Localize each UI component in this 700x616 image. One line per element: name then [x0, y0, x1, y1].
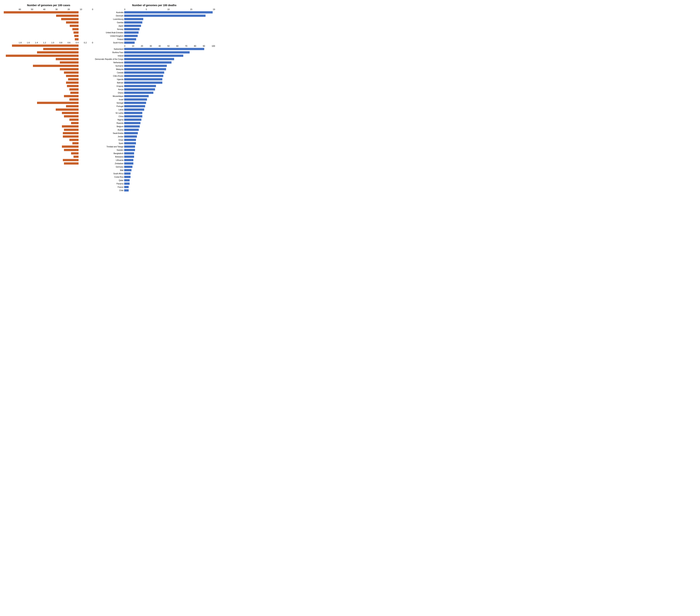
- left-s2-bar-row: [4, 131, 93, 135]
- left-s1-bar-row: [4, 24, 93, 27]
- right-s2-label: Qatar: [93, 179, 123, 181]
- left-s2-bar-row: [4, 145, 93, 148]
- right-s2-bar-row: China: [93, 115, 215, 118]
- right-s2-label: Spain: [93, 142, 123, 144]
- right-s1-bar-row: Luxembourg: [93, 17, 215, 21]
- right-s2-label: Botswana: [93, 156, 123, 158]
- right-s2-bar-row: Uruguay: [93, 85, 215, 88]
- left-s1-bar-row: [4, 31, 93, 34]
- right-s2-label: Sweden: [93, 149, 123, 151]
- right-s2-bar-row: Latvia: [93, 108, 215, 111]
- right-s2-label: Bahrain: [93, 82, 123, 84]
- left-s2-bar-row: [4, 78, 93, 81]
- left-s1-bar-row: [4, 17, 93, 21]
- right-s2-bar-row: Portugal: [93, 105, 215, 108]
- right-s2-bar-row: Uganda: [93, 78, 215, 81]
- right-s2-label: Kenya: [93, 88, 123, 90]
- right-s2-label: Ghana: [93, 92, 123, 94]
- right-s2-bar-row: Switzerland: [93, 48, 215, 50]
- right-s2-label: Uganda: [93, 78, 123, 80]
- right-s2-bar-row: Qatar: [93, 179, 215, 182]
- right-s2-label: Nigeria: [93, 119, 123, 121]
- charts-container: Number of genomes per 100 cases 60 50 40…: [4, 4, 215, 192]
- left-s2-bar-row: [4, 81, 93, 84]
- right-s2-label: Latvia: [93, 109, 123, 111]
- left-s2-bar-row: [4, 149, 93, 151]
- right-s1-bar-row: Gambia: [93, 21, 215, 24]
- left-s1-bar-row: [4, 21, 93, 24]
- left-s2-bar-row: [4, 58, 93, 61]
- left-s2-bar-row: [4, 98, 93, 101]
- right-s1-bar-row: Finland: [93, 38, 215, 41]
- right-s2-label: Canada: [93, 72, 123, 74]
- right-s1-label: United Arab Emirates: [93, 32, 123, 34]
- left-s2-bar-row: [4, 138, 93, 141]
- right-s2-bar-row: Lithuania: [93, 159, 215, 162]
- left-s2-bar-row: [4, 91, 93, 94]
- left-s2-bar-row: [4, 88, 93, 91]
- left-s2-bar-row: [4, 61, 93, 64]
- right-s2-label: Suriname: [93, 65, 123, 67]
- left-s2-bar-row: [4, 54, 93, 57]
- left-s2-bar-row: [4, 108, 93, 111]
- right-s2-bar-row: Bahrain: [93, 81, 215, 84]
- left-top-axis: 60 50 40 30 20 10 0: [19, 8, 93, 11]
- left-s2-bar-row: [4, 112, 93, 114]
- right-s2-label: Uruguay: [93, 85, 123, 87]
- right-s2-bar-row: Nigeria: [93, 118, 215, 121]
- left-s1-bar-row: [4, 38, 93, 41]
- right-s2-label: Panama: [93, 183, 123, 185]
- left-s2-bar-row: [4, 101, 93, 104]
- right-s2-label: Netherlands: [93, 62, 123, 64]
- right-section2: Switzerland Burkina Faso Ireland Democra…: [93, 48, 215, 192]
- right-chart-panel: Number of genomes per 100 deaths 0 5 10 …: [93, 4, 215, 192]
- right-s2-bar-row: Chile: [93, 189, 215, 192]
- right-s1-bar-row: Australia: [93, 11, 215, 14]
- left-s2-bar-row: [4, 48, 93, 50]
- left-s2-bar-row: [4, 85, 93, 88]
- right-s2-bar-row: Suriname: [93, 64, 215, 67]
- right-s2-label: Burkina Faso: [93, 51, 123, 53]
- right-s2-bar-row: Ireland: [93, 54, 215, 57]
- right-s1-bar-row: Japan: [93, 24, 215, 27]
- right-s2-bar-row: Germany: [93, 165, 215, 168]
- left-s2-bar-row: [4, 155, 93, 158]
- right-s2-label: Democratic Republic of the Congo: [93, 58, 123, 60]
- left-chart-panel: Number of genomes per 100 cases 60 50 40…: [4, 4, 93, 192]
- right-s2-label: Switzerland: [93, 48, 123, 50]
- right-s1-label: Finland: [93, 38, 123, 40]
- right-s2-bar-row: Burkina Faso: [93, 51, 215, 54]
- right-s1-label: United Kingdom: [93, 35, 123, 37]
- right-s2-bar-row: Oman: [93, 138, 215, 141]
- right-s2-bar-row: Ghana: [93, 91, 215, 94]
- right-s2-label: Israel: [93, 99, 123, 101]
- right-s2-label: Ireland: [93, 55, 123, 57]
- right-s2-bar-row: South Africa: [93, 172, 215, 175]
- right-s1-label: Japan: [93, 25, 123, 27]
- right-s2-bar-row: Belgium: [93, 125, 215, 128]
- right-s1-bar-row: South Korea: [93, 41, 215, 44]
- right-s2-bar-row: Senegal: [93, 101, 215, 104]
- right-s2-bar-row: Botswana: [93, 155, 215, 158]
- right-s2-bar-row: Malaysia: [93, 68, 215, 71]
- right-s2-label: Chile: [93, 189, 123, 191]
- left-s2-bar-row: [4, 44, 93, 47]
- right-s2-label: Germany: [93, 166, 123, 168]
- left-section2: [4, 44, 93, 165]
- right-s2-label: Belgium: [93, 125, 123, 127]
- right-s2-label: Senegal: [93, 102, 123, 104]
- right-s2-label: Costa Rica: [93, 176, 123, 178]
- right-s2-label: China: [93, 115, 123, 117]
- right-s2-bar-row: Panama: [93, 182, 215, 185]
- right-s2-bar-row: Rwanda: [93, 122, 215, 125]
- right-s1-label: Denmark: [93, 15, 123, 17]
- right-s2-label: Oman: [93, 139, 123, 141]
- left-s2-bar-row: [4, 159, 93, 162]
- right-s2-label: Portugal: [93, 105, 123, 107]
- right-s2-bar-row: Austria: [93, 128, 215, 131]
- left-s2-bar-row: [4, 162, 93, 165]
- left-s2-bar-row: [4, 105, 93, 108]
- right-s1-label: South Korea: [93, 42, 123, 44]
- right-s2-label: Lithuania: [93, 159, 123, 161]
- right-s2-label: Trinidad and Tobago: [93, 146, 123, 148]
